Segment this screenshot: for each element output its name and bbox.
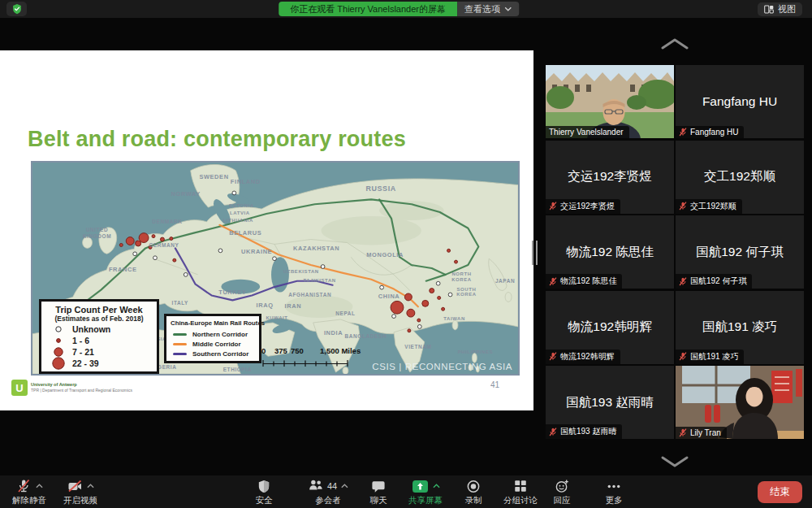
unmute-button[interactable]: 解除静音	[12, 478, 46, 506]
trip-count-dot	[430, 289, 434, 293]
country-label: FINLAND	[231, 178, 261, 185]
chevron-down-icon	[504, 7, 512, 11]
participant-tile[interactable]: Thierry Vanelslander	[546, 65, 674, 138]
country-label: ITALY	[172, 300, 189, 306]
country-label: ESTONIA	[229, 203, 254, 208]
trip-count-dot	[170, 237, 173, 241]
breakout-rooms-button[interactable]: 分组讨论	[503, 478, 538, 506]
participant-tile[interactable]: Lily Tran	[676, 366, 804, 439]
chat-bubble-icon	[371, 479, 387, 494]
share-screen-button[interactable]: 共享屏幕	[408, 478, 443, 506]
country-label: SOUTH	[457, 287, 477, 292]
view-button[interactable]: 视图	[758, 2, 802, 16]
chevron-up-icon[interactable]	[36, 484, 43, 488]
country-label: JAPAN	[495, 278, 515, 284]
reactions-button[interactable]: 回应	[554, 478, 571, 506]
watching-screen-text: 你正在观看 Thierry Vanelslander的屏幕	[279, 2, 457, 16]
view-options-button[interactable]: 查看选项	[457, 2, 519, 16]
trip-count-dot	[417, 319, 421, 322]
participant-tile[interactable]: Fangfang HUFangfang HU	[676, 65, 804, 138]
more-button[interactable]: 更多	[606, 478, 623, 506]
country-label: MONGOLIA	[366, 251, 404, 258]
trip-count-dot	[455, 260, 458, 263]
chevron-up-icon[interactable]	[433, 484, 440, 488]
trip-count-legend: Trip Count Per Week (Estimates as of Feb…	[39, 299, 159, 374]
trip-count-dot	[119, 243, 123, 246]
participant-name-tag: 国航193 赵雨晴	[546, 424, 622, 439]
trip-count-dot	[391, 301, 404, 314]
record-button[interactable]: 录制	[465, 478, 482, 506]
top-bar: 你正在观看 Thierry Vanelslander的屏幕 查看选项 视图	[0, 0, 812, 18]
unknown-trip-dot	[232, 191, 236, 195]
participant-tile[interactable]: 交运192李贤煜交运192李贤煜	[546, 141, 674, 214]
map-credit: CSIS | RECONNECTING ASIA	[372, 362, 512, 371]
participant-tile[interactable]: 物流192 陈思佳物流192 陈思佳	[546, 215, 674, 289]
country-label: KINGDOM	[83, 233, 111, 239]
muted-mic-icon	[549, 352, 557, 361]
meeting-toolbar: 解除静音 开启视频 安全	[0, 475, 812, 508]
country-label: PHILIPPINES	[458, 350, 494, 354]
unknown-trip-dot	[436, 281, 440, 285]
participants-icon	[308, 479, 324, 493]
country-label: TURKEY	[218, 289, 246, 297]
route-legend-item: Northern Corridor	[171, 329, 256, 339]
record-icon	[466, 479, 482, 494]
scroll-down-chevron[interactable]	[661, 455, 689, 468]
scroll-up-chevron[interactable]	[661, 37, 689, 50]
country-label: LATVIA	[230, 211, 250, 215]
participant-name-tag: Lily Tran	[676, 427, 727, 439]
country-label: VIETNAM	[404, 344, 431, 350]
country-label: UKRAINE	[241, 248, 272, 255]
chevron-up-icon[interactable]	[341, 484, 348, 488]
participant-tile[interactable]: 交工192郑顺交工192郑顺	[676, 141, 804, 214]
participant-tile[interactable]: 国航192 何子琪国航192 何子琪	[676, 215, 804, 289]
participant-tile[interactable]: 物流192韩明辉物流192韩明辉	[546, 291, 674, 364]
shield-icon	[257, 479, 272, 494]
unknown-trip-dot	[321, 265, 325, 269]
country-label: UZBEKISTAN	[283, 269, 319, 274]
participants-button[interactable]: 44 参会者	[308, 478, 348, 506]
trip-legend-subtitle: (Estimates as of Feb. 2018)	[45, 315, 153, 323]
country-label: FRANCE	[109, 266, 137, 273]
country-label: SWEDEN	[199, 173, 228, 180]
participant-name-tag: Thierry Vanelslander	[546, 126, 629, 138]
university-name: University of Antwerp	[31, 382, 132, 388]
country-label: ETHIOPIA	[223, 367, 252, 372]
scale-label: 750	[291, 346, 304, 355]
unknown-trip-dot	[184, 273, 188, 277]
country-label: DENMARK	[152, 219, 182, 224]
country-label: BELARUS	[229, 229, 261, 237]
panel-resize-handle[interactable]	[532, 241, 538, 265]
chat-button[interactable]: 聊天	[370, 478, 387, 506]
unknown-trip-dot	[417, 325, 421, 329]
muted-mic-icon	[679, 428, 687, 437]
muted-mic-icon	[549, 277, 557, 286]
belt-and-road-map: SWEDENFINLANDNORWAYRUSSIAESTONIALATVIALI…	[31, 161, 520, 376]
end-meeting-button[interactable]: 结束	[758, 481, 802, 503]
participant-tile[interactable]: 国航191 凌巧国航191 凌巧	[676, 291, 804, 364]
trip-count-dot	[447, 249, 451, 252]
participant-name-tag: 国航192 何子琪	[676, 274, 752, 289]
country-label: NORWAY	[171, 190, 201, 198]
trip-count-dot	[136, 241, 141, 246]
muted-mic-icon	[679, 352, 687, 361]
more-dots-icon	[607, 479, 622, 494]
unknown-trip-dot	[218, 249, 222, 253]
breakout-rooms-icon	[513, 479, 528, 493]
university-logo-mark: U	[11, 380, 28, 396]
country-label: TAJIKISTAN	[304, 278, 336, 283]
trip-count-dot	[126, 237, 134, 245]
country-label: NORTH	[451, 271, 471, 276]
unknown-trip-dot	[133, 252, 137, 256]
security-button[interactable]: 安全	[256, 478, 273, 506]
trip-count-dot	[173, 258, 176, 262]
share-screen-icon	[412, 480, 429, 493]
chevron-up-icon[interactable]	[87, 484, 94, 488]
slide-page-number: 41	[490, 380, 499, 389]
scale-ruler	[261, 359, 357, 367]
trip-legend-item: 22 - 39	[45, 358, 153, 369]
start-video-button[interactable]: 开启视频	[63, 478, 97, 506]
shield-check-icon	[11, 3, 23, 15]
meeting-security-badge[interactable]	[6, 2, 27, 16]
participant-tile[interactable]: 国航193 赵雨晴国航193 赵雨晴	[546, 366, 674, 439]
